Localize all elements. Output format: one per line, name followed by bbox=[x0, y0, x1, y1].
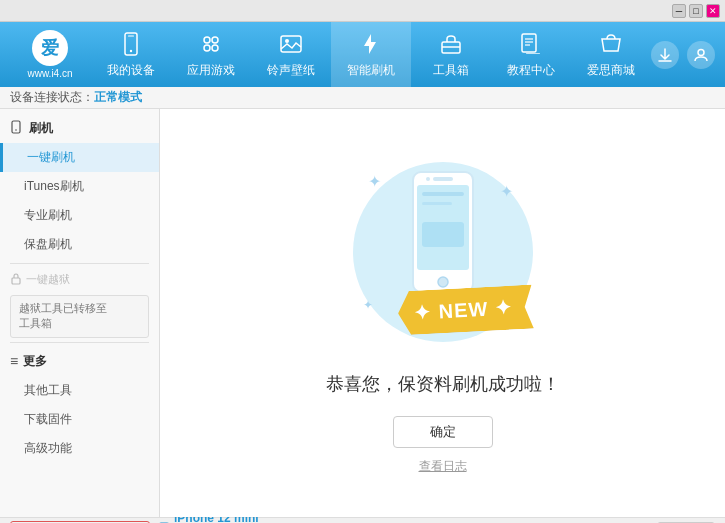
nav-label-apps: 应用游戏 bbox=[187, 62, 235, 79]
status-bar: 自动检测 跳过向导 iPhone 12 mini 64GB Down-12min… bbox=[0, 517, 725, 523]
sidebar-item-itunes-flash[interactable]: iTunes刷机 bbox=[0, 172, 159, 201]
content-area: ✦ ✦ ✦ bbox=[160, 109, 725, 517]
minimize-button[interactable]: ─ bbox=[672, 4, 686, 18]
svg-rect-12 bbox=[526, 53, 540, 54]
user-button[interactable] bbox=[687, 41, 715, 69]
confirm-button[interactable]: 确定 bbox=[393, 416, 493, 448]
svg-rect-11 bbox=[522, 34, 536, 52]
sidebar-divider-1 bbox=[10, 263, 149, 264]
nav-item-smart-flash[interactable]: 智能刷机 bbox=[331, 22, 411, 87]
svg-rect-27 bbox=[422, 202, 452, 205]
phone-svg bbox=[408, 167, 478, 297]
svg-point-23 bbox=[438, 277, 448, 287]
logo-icon: 爱 bbox=[32, 30, 68, 66]
svg-rect-20 bbox=[12, 278, 20, 284]
nav-item-tutorial[interactable]: 教程中心 bbox=[491, 22, 571, 87]
svg-point-3 bbox=[204, 37, 210, 43]
nav-label-wallpaper: 铃声壁纸 bbox=[267, 62, 315, 79]
sparkle-1: ✦ bbox=[368, 172, 381, 191]
nav-icon-store bbox=[597, 30, 625, 58]
new-ribbon-text: ✦ NEW ✦ bbox=[397, 284, 534, 335]
nav-icon-my-device bbox=[117, 30, 145, 58]
sidebar-section-flash: 刷机 bbox=[0, 114, 159, 143]
nav-icon-apps bbox=[197, 30, 225, 58]
jailbreak-notice: 越狱工具已转移至工具箱 bbox=[10, 295, 149, 338]
download-button[interactable] bbox=[651, 41, 679, 69]
svg-rect-26 bbox=[422, 192, 464, 196]
svg-point-19 bbox=[15, 129, 17, 131]
nav-label-tutorial: 教程中心 bbox=[507, 62, 555, 79]
nav-icon-wallpaper bbox=[277, 30, 305, 58]
lock-icon bbox=[10, 273, 22, 287]
close-button[interactable]: ✕ bbox=[706, 4, 720, 18]
maximize-button[interactable]: □ bbox=[689, 4, 703, 18]
logo-url: www.i4.cn bbox=[27, 68, 72, 79]
svg-point-17 bbox=[698, 49, 704, 55]
svg-rect-18 bbox=[12, 121, 20, 133]
sidebar-item-pro-flash[interactable]: 专业刷机 bbox=[0, 201, 159, 230]
sidebar-item-save-flash[interactable]: 保盘刷机 bbox=[0, 230, 159, 259]
sparkle-3: ✦ bbox=[363, 298, 373, 312]
logo[interactable]: 爱 www.i4.cn bbox=[10, 30, 90, 79]
device-status-mode: 正常模式 bbox=[94, 89, 142, 106]
flash-section-icon bbox=[10, 120, 24, 137]
success-text: 恭喜您，保资料刷机成功啦！ bbox=[326, 372, 560, 396]
nav-item-my-device[interactable]: 我的设备 bbox=[91, 22, 171, 87]
sidebar-item-download-firmware[interactable]: 下载固件 bbox=[0, 405, 159, 434]
title-bar: ─ □ ✕ bbox=[0, 0, 725, 22]
svg-point-4 bbox=[212, 37, 218, 43]
sidebar-item-advanced[interactable]: 高级功能 bbox=[0, 434, 159, 463]
nav-label-smart-flash: 智能刷机 bbox=[347, 62, 395, 79]
nav-label-my-device: 我的设备 bbox=[107, 62, 155, 79]
phone-illustration: ✦ ✦ ✦ bbox=[343, 152, 543, 352]
flash-section-label: 刷机 bbox=[29, 120, 53, 137]
sparkle-2: ✦ bbox=[500, 182, 513, 201]
sidebar-section-more: ≡ 更多 bbox=[0, 347, 159, 376]
device-status-bar: 设备连接状态： 正常模式 bbox=[0, 87, 725, 109]
nav-item-store[interactable]: 爱思商城 bbox=[571, 22, 651, 87]
svg-rect-28 bbox=[422, 222, 464, 247]
device-status-label: 设备连接状态： bbox=[10, 89, 94, 106]
svg-point-8 bbox=[285, 39, 289, 43]
svg-point-1 bbox=[129, 50, 131, 52]
nav-items: 我的设备 应用游戏 铃声壁纸 bbox=[90, 22, 651, 87]
nav-item-apps[interactable]: 应用游戏 bbox=[171, 22, 251, 87]
sidebar: 刷机 一键刷机 iTunes刷机 专业刷机 保盘刷机 一键越狱 越狱工具已 bbox=[0, 109, 160, 517]
sidebar-item-one-click-flash[interactable]: 一键刷机 bbox=[0, 143, 159, 172]
nav-item-wallpaper[interactable]: 铃声壁纸 bbox=[251, 22, 331, 87]
more-section-icon: ≡ bbox=[10, 353, 18, 369]
window-controls[interactable]: ─ □ ✕ bbox=[672, 4, 720, 18]
nav-label-store: 爱思商城 bbox=[587, 62, 635, 79]
svg-rect-24 bbox=[433, 177, 453, 181]
sidebar-section-jailbreak: 一键越狱 bbox=[0, 268, 159, 291]
more-section-label: 更多 bbox=[23, 353, 47, 370]
main-layout: 刷机 一键刷机 iTunes刷机 专业刷机 保盘刷机 一键越狱 越狱工具已 bbox=[0, 109, 725, 517]
nav-label-toolbox: 工具箱 bbox=[433, 62, 469, 79]
nav-icon-tutorial bbox=[517, 30, 545, 58]
nav-icon-toolbox bbox=[437, 30, 465, 58]
svg-point-6 bbox=[212, 45, 218, 51]
svg-rect-2 bbox=[128, 36, 134, 37]
sidebar-divider-2 bbox=[10, 342, 149, 343]
svg-point-5 bbox=[204, 45, 210, 51]
new-badge: ✦ NEW ✦ bbox=[398, 288, 533, 332]
svg-point-25 bbox=[426, 177, 430, 181]
nav-icon-smart-flash bbox=[357, 30, 385, 58]
nav-bar: 爱 www.i4.cn 我的设备 bbox=[0, 22, 725, 87]
view-log-link[interactable]: 查看日志 bbox=[419, 458, 467, 475]
nav-item-toolbox[interactable]: 工具箱 bbox=[411, 22, 491, 87]
nav-right bbox=[651, 41, 715, 69]
sidebar-item-other-tools[interactable]: 其他工具 bbox=[0, 376, 159, 405]
